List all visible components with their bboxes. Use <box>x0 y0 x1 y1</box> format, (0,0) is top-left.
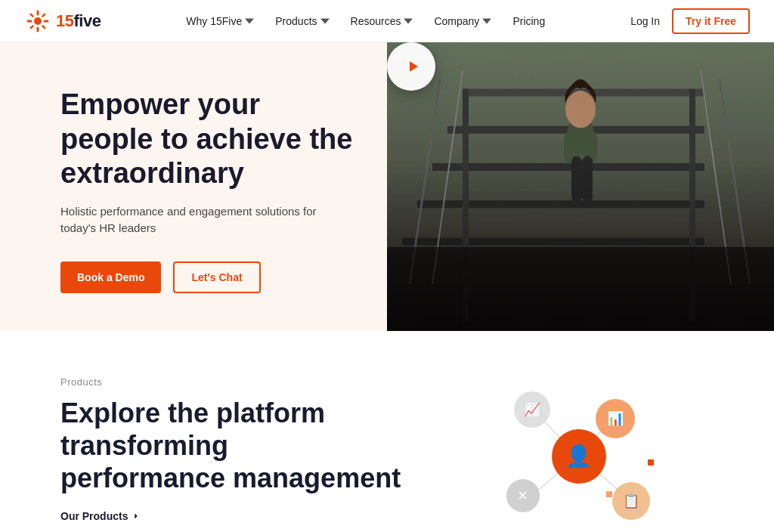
svg-line-6 <box>31 14 33 16</box>
our-products-link[interactable]: Our Products <box>60 510 141 522</box>
lets-chat-button[interactable]: Let's Chat <box>173 261 260 293</box>
nav-link-why15five[interactable]: Why 15Five <box>186 15 254 27</box>
nav-link-pricing[interactable]: Pricing <box>512 15 545 27</box>
nav-actions: Log In Try it Free <box>630 8 750 34</box>
svg-line-5 <box>42 14 45 16</box>
ill-circle-br: 📋 <box>612 482 650 520</box>
ill-circle-bl: ✕ <box>506 479 540 512</box>
ill-circle-tr: 📊 <box>596 399 635 438</box>
logo[interactable]: 15five <box>24 8 101 35</box>
ill-circle-tl: 📈 <box>514 391 550 428</box>
hero-subheadline: Holistic performance and engagement solu… <box>60 203 317 237</box>
nav-links: Why 15Five Products Resources Company Pr… <box>186 15 545 27</box>
nav-link-products[interactable]: Products <box>275 15 329 27</box>
products-headline: Explore the platform transforming perfor… <box>60 397 420 495</box>
products-illustration: 👤 📊 📈 📋 ✕ <box>450 376 714 527</box>
nav-link-resources[interactable]: Resources <box>351 15 413 27</box>
hero-headline: Empower your people to achieve the extra… <box>60 88 357 191</box>
try-free-button[interactable]: Try it Free <box>672 8 750 34</box>
svg-line-8 <box>31 26 33 28</box>
products-text: Products Explore the platform transformi… <box>60 376 420 524</box>
hero-buttons: Book a Demo Let's Chat <box>60 261 357 293</box>
login-button[interactable]: Log In <box>630 15 660 27</box>
hero-section: Empower your people to achieve the extra… <box>0 42 774 331</box>
book-demo-button[interactable]: Book a Demo <box>60 261 161 293</box>
products-section-inner: Products Explore the platform transformi… <box>0 331 774 527</box>
products-eyebrow: Products <box>60 376 420 388</box>
svg-point-0 <box>34 17 42 25</box>
ill-circle-main: 👤 <box>552 429 606 484</box>
products-section: Products Explore the platform transformi… <box>0 331 774 532</box>
play-button[interactable] <box>387 42 435 91</box>
navigation: 15five Why 15Five Products Resources Com… <box>0 0 774 42</box>
hero-overlay <box>387 42 774 331</box>
nav-link-company[interactable]: Company <box>434 15 491 27</box>
platform-illustration: 👤 📊 📈 📋 ✕ <box>506 391 658 527</box>
hero-content: Empower your people to achieve the extra… <box>0 42 387 331</box>
logo-text: 15five <box>56 11 101 31</box>
svg-line-7 <box>42 26 45 28</box>
hero-video[interactable] <box>387 42 774 331</box>
